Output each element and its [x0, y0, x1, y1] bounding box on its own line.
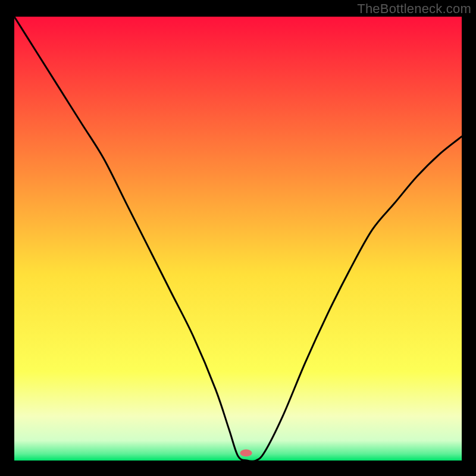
watermark-text: TheBottleneck.com [357, 1, 471, 17]
plot-background [14, 17, 462, 461]
minimum-marker [240, 449, 252, 456]
bottleneck-chart [0, 0, 476, 476]
chart-frame: { "watermark": "TheBottleneck.com", "cha… [0, 0, 476, 476]
